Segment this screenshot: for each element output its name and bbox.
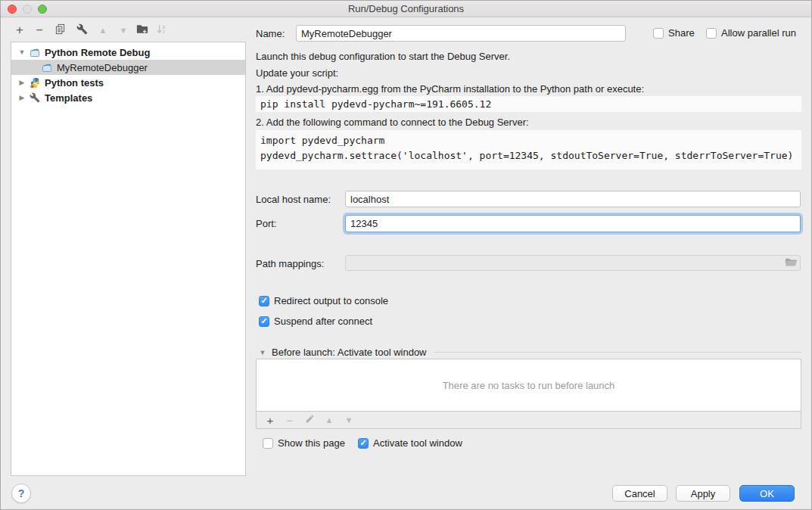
edit-templates-button[interactable] <box>73 22 90 39</box>
new-folder-icon <box>136 23 148 37</box>
run-debug-configurations-dialog: Run/Debug Configurations + − ▲ ▼ az ▼ Py… <box>0 0 812 510</box>
svg-text:z: z <box>162 29 164 34</box>
before-launch-title: Before launch: Activate tool window <box>272 347 427 358</box>
check-icon: ✓ <box>260 297 267 305</box>
chevron-down-icon[interactable]: ▼ <box>258 349 267 356</box>
run-config-icon <box>30 47 42 58</box>
tree-item-templates[interactable]: ▶ Templates <box>11 90 245 105</box>
allow-parallel-checkbox-group[interactable]: Allow parallel run <box>706 27 796 39</box>
instruction-line-1: Launch this debug configuration to start… <box>256 51 510 62</box>
pip-install-code: pip install pydevd-pycharm~=191.6605.12 <box>256 96 801 112</box>
sort-alphabetically-button[interactable]: az <box>153 22 170 39</box>
settrace-code-block: import pydevd_pycharm pydevd_pycharm.set… <box>256 130 801 169</box>
minus-icon: − <box>36 24 42 36</box>
local-host-label: Local host name: <box>256 194 331 205</box>
tree-item-label: MyRemoteDebugger <box>57 62 148 73</box>
copy-configuration-button[interactable] <box>51 22 68 39</box>
remove-task-button[interactable]: − <box>283 413 297 427</box>
show-this-page-checkbox-group[interactable]: Show this page <box>263 437 345 449</box>
add-task-button[interactable]: + <box>263 413 277 427</box>
help-button[interactable]: ? <box>11 484 31 503</box>
path-mappings-label: Path mappings: <box>256 258 324 269</box>
port-input[interactable] <box>345 215 801 232</box>
activate-tool-window-checkbox-group[interactable]: ✓ Activate tool window <box>358 437 462 449</box>
tree-item-python-remote-debug[interactable]: ▼ Python Remote Debug <box>11 45 245 60</box>
instruction-step-2: 2. Add the following command to connect … <box>256 117 529 128</box>
help-icon: ? <box>18 487 25 499</box>
edit-task-button[interactable] <box>303 413 316 427</box>
configurations-toolbar: + − ▲ ▼ az <box>1 22 250 42</box>
allow-parallel-run-label: Allow parallel run <box>721 27 796 39</box>
run-config-icon <box>42 62 54 73</box>
allow-parallel-run-checkbox[interactable] <box>706 28 717 39</box>
instruction-step-1: 1. Add pydevd-pycharm.egg from the PyCha… <box>256 83 644 95</box>
configurations-tree: ▼ Python Remote Debug MyRemoteDebugger ▶… <box>11 42 246 476</box>
wrench-icon <box>76 23 88 37</box>
pencil-icon <box>305 414 315 426</box>
name-input[interactable] <box>296 25 626 42</box>
activate-tool-window-checkbox[interactable]: ✓ <box>358 438 369 449</box>
before-launch-task-list[interactable]: There are no tasks to run before launch <box>256 359 801 412</box>
share-checkbox[interactable] <box>653 28 664 39</box>
redirect-output-label: Redirect output to console <box>274 295 388 306</box>
move-up-icon: ▲ <box>325 416 334 424</box>
before-launch-toolbar: + − ▲ ▼ <box>256 412 801 429</box>
plus-icon: + <box>267 415 274 426</box>
suspend-after-connect-label: Suspend after connect <box>274 316 372 327</box>
local-host-input[interactable] <box>345 191 801 207</box>
check-icon: ✓ <box>359 439 366 447</box>
path-mappings-input[interactable] <box>345 255 801 271</box>
create-folder-button[interactable] <box>134 22 151 39</box>
tree-item-label: Templates <box>45 92 92 104</box>
cancel-button[interactable]: Cancel <box>612 485 667 502</box>
titlebar: Run/Debug Configurations <box>1 1 811 17</box>
suspend-after-connect-checkbox-group[interactable]: ✓ Suspend after connect <box>259 316 372 327</box>
python-tests-icon <box>30 77 42 88</box>
copy-icon <box>54 23 66 37</box>
activate-tool-window-label: Activate tool window <box>373 437 462 449</box>
chevron-right-icon[interactable]: ▶ <box>17 94 26 101</box>
tree-item-python-tests[interactable]: ▶ Python tests <box>11 75 245 90</box>
minus-icon: − <box>287 415 294 426</box>
move-task-up-button[interactable]: ▲ <box>322 413 336 427</box>
tree-item-label: Python tests <box>45 77 104 89</box>
ok-button[interactable]: OK <box>739 485 795 502</box>
before-launch-header[interactable]: ▼ Before launch: Activate tool window <box>258 347 801 358</box>
move-down-icon: ▼ <box>345 416 353 424</box>
move-down-button[interactable]: ▼ <box>115 22 132 39</box>
browse-folder-icon[interactable] <box>785 257 797 270</box>
chevron-right-icon[interactable]: ▶ <box>17 79 26 86</box>
redirect-output-checkbox[interactable]: ✓ <box>259 296 269 306</box>
wrench-icon <box>30 92 42 103</box>
chevron-down-icon[interactable]: ▼ <box>17 48 26 56</box>
move-down-icon: ▼ <box>120 26 128 35</box>
redirect-output-checkbox-group[interactable]: ✓ Redirect output to console <box>259 295 388 306</box>
remove-configuration-button[interactable]: − <box>31 22 48 39</box>
share-checkbox-group[interactable]: Share <box>653 27 695 39</box>
port-label: Port: <box>256 218 276 229</box>
suspend-after-connect-checkbox[interactable]: ✓ <box>259 316 269 327</box>
name-label: Name: <box>256 28 285 39</box>
instruction-line-2: Update your script: <box>256 67 338 79</box>
empty-tasks-text: There are no tasks to run before launch <box>443 380 615 391</box>
check-icon: ✓ <box>260 317 267 325</box>
header-rule <box>434 352 801 353</box>
show-this-page-checkbox[interactable] <box>263 438 273 449</box>
move-up-button[interactable]: ▲ <box>95 22 111 39</box>
code-line-settrace: pydevd_pycharm.settrace('localhost', por… <box>260 148 801 163</box>
move-up-icon: ▲ <box>99 26 107 35</box>
sort-az-icon: az <box>156 23 167 37</box>
tree-item-label: Python Remote Debug <box>45 47 150 58</box>
share-label: Share <box>668 27 695 39</box>
apply-button[interactable]: Apply <box>676 485 730 502</box>
code-line-import: import pydevd_pycharm <box>260 133 801 148</box>
window-title: Run/Debug Configurations <box>1 3 811 14</box>
tree-item-myremotedebugger[interactable]: MyRemoteDebugger <box>11 60 245 75</box>
show-this-page-label: Show this page <box>278 437 345 449</box>
add-configuration-button[interactable]: + <box>11 22 28 39</box>
plus-icon: + <box>16 24 23 36</box>
move-task-down-button[interactable]: ▼ <box>342 413 356 427</box>
